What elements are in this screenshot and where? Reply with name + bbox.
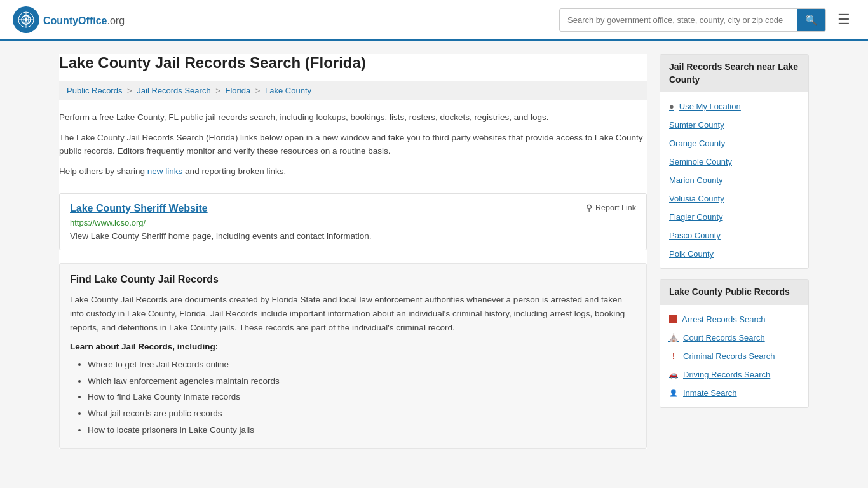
find-title: Find Lake County Jail Records bbox=[70, 274, 636, 285]
volusia-county-link[interactable]: Volusia County bbox=[660, 189, 808, 208]
search-input[interactable] bbox=[560, 10, 797, 30]
link-card-header: Lake County Sheriff Website ⚲ Report Lin… bbox=[70, 203, 636, 214]
court-icon: ⛪ bbox=[669, 333, 678, 342]
breadcrumb-public-records[interactable]: Public Records bbox=[67, 86, 122, 95]
find-text: Lake County Jail Records are documents c… bbox=[70, 293, 636, 334]
logo-text: CountyOffice.org bbox=[43, 13, 125, 27]
search-bar: 🔍 bbox=[559, 8, 826, 32]
new-links-link[interactable]: new links bbox=[147, 166, 183, 176]
marion-county-link[interactable]: Marion County bbox=[660, 171, 808, 189]
link-card: Lake County Sheriff Website ⚲ Report Lin… bbox=[59, 193, 647, 250]
inmate-icon: 👤 bbox=[669, 388, 678, 397]
description-block: Perform a free Lake County, FL public ja… bbox=[59, 111, 647, 193]
nearby-section: Jail Records Search near Lake County ● U… bbox=[660, 54, 809, 269]
pasco-county-link[interactable]: Pasco County bbox=[660, 226, 808, 245]
inmate-search-link[interactable]: 👤 Inmate Search bbox=[660, 384, 808, 402]
report-link-button[interactable]: ⚲ Report Link bbox=[586, 203, 636, 213]
public-records-links: Arrest Records Search ⛪ Court Records Se… bbox=[660, 305, 808, 407]
svg-point-5 bbox=[25, 18, 28, 22]
description-1: Perform a free Lake County, FL public ja… bbox=[59, 111, 647, 125]
sumter-county-link[interactable]: Sumter County bbox=[660, 116, 808, 134]
find-section: Find Lake County Jail Records Lake Count… bbox=[59, 263, 647, 449]
flagler-county-link[interactable]: Flagler County bbox=[660, 208, 808, 226]
arrest-icon bbox=[669, 315, 677, 323]
use-location-link[interactable]: ● Use My Location bbox=[660, 97, 808, 116]
list-item: Which law enforcement agencies maintain … bbox=[88, 373, 636, 390]
criminal-records-link[interactable]: ! Criminal Records Search bbox=[660, 347, 808, 365]
list-item: Where to get free Jail Records online bbox=[88, 356, 636, 373]
breadcrumb-florida[interactable]: Florida bbox=[225, 86, 250, 95]
report-icon: ⚲ bbox=[586, 203, 592, 213]
breadcrumb-lake-county[interactable]: Lake County bbox=[265, 86, 311, 95]
link-description: View Lake County Sheriff home page, incl… bbox=[70, 231, 636, 241]
main-container: Lake County Jail Records Search (Florida… bbox=[46, 41, 822, 461]
page-title: Lake County Jail Records Search (Florida… bbox=[59, 54, 647, 72]
list-item: What jail records are public records bbox=[88, 405, 636, 422]
driving-records-link[interactable]: 🚗 Driving Records Search bbox=[660, 365, 808, 384]
hamburger-menu-icon[interactable]: ☰ bbox=[832, 9, 855, 30]
public-records-section-title: Lake County Public Records bbox=[660, 280, 808, 305]
description-3: Help others by sharing new links and rep… bbox=[59, 165, 647, 179]
location-icon: ● bbox=[669, 102, 674, 111]
link-url[interactable]: https://www.lcso.org/ bbox=[70, 218, 636, 227]
orange-county-link[interactable]: Orange County bbox=[660, 134, 808, 152]
main-content: Lake County Jail Records Search (Florida… bbox=[59, 54, 647, 449]
breadcrumb-jail-records[interactable]: Jail Records Search bbox=[137, 86, 210, 95]
learn-title: Learn about Jail Records, including: bbox=[70, 342, 636, 351]
learn-list: Where to get free Jail Records online Wh… bbox=[70, 356, 636, 438]
polk-county-link[interactable]: Polk County bbox=[660, 245, 808, 263]
site-header: CountyOffice.org 🔍 ☰ bbox=[0, 0, 868, 41]
court-records-link[interactable]: ⛪ Court Records Search bbox=[660, 329, 808, 347]
description-2: The Lake County Jail Records Search (Flo… bbox=[59, 131, 647, 158]
nearby-links: ● Use My Location Sumter County Orange C… bbox=[660, 92, 808, 268]
logo-area[interactable]: CountyOffice.org bbox=[13, 6, 125, 33]
list-item: How to locate prisoners in Lake County j… bbox=[88, 422, 636, 438]
criminal-icon: ! bbox=[669, 351, 678, 360]
header-right: 🔍 ☰ bbox=[559, 8, 855, 32]
link-card-title[interactable]: Lake County Sheriff Website bbox=[70, 203, 208, 214]
breadcrumb: Public Records > Jail Records Search > F… bbox=[59, 81, 647, 100]
logo-icon bbox=[13, 6, 39, 33]
arrest-records-link[interactable]: Arrest Records Search bbox=[660, 310, 808, 329]
search-button[interactable]: 🔍 bbox=[797, 9, 825, 31]
list-item: How to find Lake County inmate records bbox=[88, 389, 636, 405]
public-records-section: Lake County Public Records Arrest Record… bbox=[660, 279, 809, 408]
seminole-county-link[interactable]: Seminole County bbox=[660, 152, 808, 171]
nearby-section-title: Jail Records Search near Lake County bbox=[660, 55, 808, 92]
driving-icon: 🚗 bbox=[669, 370, 678, 379]
sidebar: Jail Records Search near Lake County ● U… bbox=[660, 54, 809, 449]
